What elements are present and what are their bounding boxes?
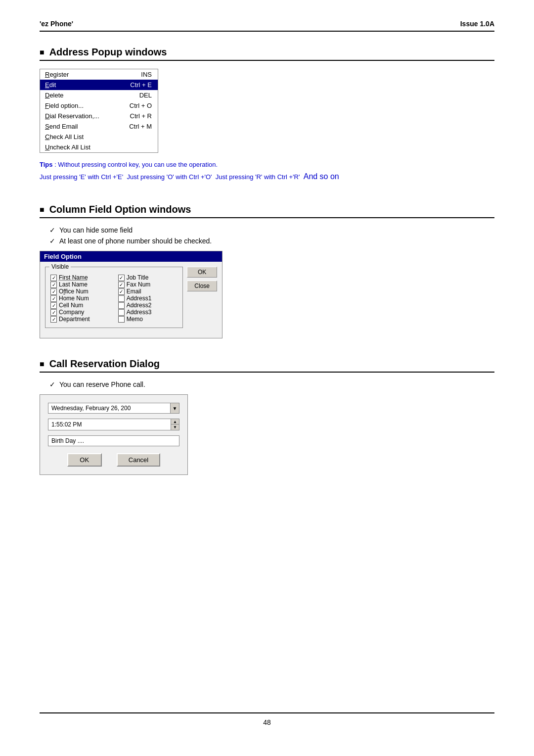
- cb-job-title-label: Job Title: [127, 274, 149, 281]
- tips-bold: Tips: [40, 161, 53, 168]
- menu-item-delete[interactable]: Delete DEL: [40, 90, 158, 100]
- menu-item-edit-shortcut: Ctrl + E: [130, 81, 152, 89]
- time-row: 1:55:02 PM ▲ ▼: [48, 419, 179, 430]
- time-text: 1:55:02 PM: [48, 420, 171, 429]
- menu-item-send-email-label: Send Email: [45, 123, 78, 130]
- menu-item-register[interactable]: Register INS: [40, 69, 158, 80]
- cb-job-title-box[interactable]: [118, 275, 125, 281]
- menu-item-uncheck-all[interactable]: Uncheck All List: [40, 142, 158, 152]
- tips-line1: Tips : Without pressing control key, you…: [40, 161, 494, 168]
- cb-home-num-box[interactable]: [50, 295, 57, 302]
- cb-fax-num-box[interactable]: [118, 282, 125, 288]
- cb-cell-num-box[interactable]: [50, 302, 57, 309]
- page-header: 'ez Phone' Issue 1.0A: [40, 20, 494, 32]
- cb-department-label: Department: [59, 316, 90, 323]
- date-row: Wednesday, February 26, 200 ▼: [48, 403, 179, 414]
- dialog-body: Visible First Name: [40, 262, 222, 338]
- cb-last-name-label: Last Name: [59, 281, 88, 288]
- date-text: Wednesday, February 26, 200: [48, 403, 170, 413]
- dialog-buttons: OK Close: [187, 267, 217, 291]
- dialog-fields-area: Visible First Name: [45, 267, 183, 333]
- cb-address3-box[interactable]: [118, 309, 125, 316]
- dialog-title-bar: Field Option: [40, 251, 222, 262]
- cb-memo: Memo: [118, 316, 178, 323]
- menu-item-field-option[interactable]: Field option... Ctrl + O: [40, 100, 158, 111]
- check-item-1: You can hide some field: [49, 226, 494, 234]
- cb-first-name-box[interactable]: [50, 275, 57, 281]
- cb-right-col: Job Title Fax Num Email: [118, 274, 178, 323]
- menu-item-delete-label: Delete: [45, 92, 64, 99]
- visible-group: Visible First Name: [45, 267, 183, 328]
- menu-item-register-shortcut: INS: [141, 71, 152, 78]
- menu-item-send-email-shortcut: Ctrl + M: [129, 123, 152, 130]
- cb-last-name: Last Name: [50, 281, 110, 288]
- menu-item-uncheck-all-label: Uncheck All List: [45, 143, 90, 151]
- cb-company: Company: [50, 309, 110, 316]
- reservation-buttons: OK Cancel: [48, 453, 179, 467]
- spin-down-button[interactable]: ▼: [171, 425, 179, 430]
- tips-text: : Without pressing control key, you can …: [54, 161, 218, 168]
- menu-item-register-label: Register: [45, 71, 69, 78]
- time-spinner: ▲ ▼: [171, 419, 179, 430]
- cb-address1-label: Address1: [127, 295, 152, 302]
- cb-address2: Address2: [118, 302, 178, 309]
- cb-first-name-label: First Name: [59, 274, 88, 281]
- cb-address3-label: Address3: [127, 309, 152, 316]
- cb-last-name-box[interactable]: [50, 282, 57, 288]
- section-address-popup: Address Popup windows Register INS Edit …: [40, 47, 494, 184]
- cb-first-name: First Name: [50, 274, 110, 281]
- checkbox-grid: First Name Last Name Office Num: [50, 274, 178, 323]
- cb-home-num: Home Num: [50, 295, 110, 302]
- page: 'ez Phone' Issue 1.0A Address Popup wind…: [0, 0, 534, 756]
- cb-department-box[interactable]: [50, 316, 57, 323]
- birthday-row: Birth Day ....: [48, 435, 179, 446]
- cb-memo-label: Memo: [127, 316, 143, 323]
- cb-address1-box[interactable]: [118, 295, 125, 302]
- cb-job-title: Job Title: [118, 274, 178, 281]
- reservation-dialog: Wednesday, February 26, 200 ▼ 1:55:02 PM…: [40, 394, 188, 475]
- section3-title: Call Reservation Dialog: [40, 358, 494, 373]
- menu-item-dial-reservation[interactable]: Dial Reservation,... Ctrl + R: [40, 111, 158, 121]
- cb-address2-box[interactable]: [118, 302, 125, 309]
- section1-title: Address Popup windows: [40, 47, 494, 61]
- cb-office-num: Office Num: [50, 288, 110, 295]
- section-column-field: Column Field Option windows You can hide…: [40, 204, 494, 338]
- cb-email: Email: [118, 288, 178, 295]
- close-button[interactable]: Close: [187, 281, 217, 291]
- cb-office-num-label: Office Num: [59, 288, 89, 295]
- check-item-reserve: You can reserve Phone call.: [49, 380, 494, 388]
- birthday-text: Birth Day ....: [51, 437, 84, 444]
- date-dropdown-button[interactable]: ▼: [170, 403, 179, 413]
- reservation-ok-button[interactable]: OK: [67, 453, 102, 467]
- ok-button[interactable]: OK: [187, 267, 217, 278]
- spin-up-button[interactable]: ▲: [171, 419, 179, 425]
- menu-item-check-all[interactable]: Check All List: [40, 132, 158, 142]
- section-call-reservation: Call Reservation Dialog You can reserve …: [40, 358, 494, 475]
- page-number: 48: [263, 718, 271, 726]
- menu-item-check-all-label: Check All List: [45, 133, 84, 141]
- menu-item-field-option-label: Field option...: [45, 102, 84, 109]
- cb-home-num-label: Home Num: [59, 295, 89, 302]
- tips-line2: Just pressing 'E' with Ctrl +'E' Just pr…: [40, 172, 494, 181]
- cb-fax-num: Fax Num: [118, 281, 178, 288]
- cb-email-box[interactable]: [118, 288, 125, 295]
- reservation-cancel-button[interactable]: Cancel: [117, 453, 160, 467]
- menu-item-edit[interactable]: Edit Ctrl + E: [40, 80, 158, 90]
- cb-company-box[interactable]: [50, 309, 57, 316]
- section2-checklist: You can hide some field At least one of …: [40, 226, 494, 245]
- section2-title: Column Field Option windows: [40, 204, 494, 218]
- cb-office-num-box[interactable]: [50, 288, 57, 295]
- menu-item-send-email[interactable]: Send Email Ctrl + M: [40, 121, 158, 132]
- cb-memo-box[interactable]: [118, 316, 125, 323]
- cb-address1: Address1: [118, 295, 178, 302]
- cb-cell-num: Cell Num: [50, 302, 110, 309]
- cb-address2-label: Address2: [127, 302, 152, 309]
- menu-item-field-option-shortcut: Ctrl + O: [130, 102, 152, 109]
- section3-checklist: You can reserve Phone call.: [40, 380, 494, 388]
- dialog-main-row: Visible First Name: [45, 267, 217, 333]
- context-menu: Register INS Edit Ctrl + E Delete DEL Fi…: [40, 69, 158, 153]
- cb-company-label: Company: [59, 309, 84, 316]
- cb-email-label: Email: [127, 288, 141, 295]
- field-option-dialog: Field Option Visible First Name: [40, 251, 222, 338]
- menu-item-edit-label: Edit: [45, 81, 56, 89]
